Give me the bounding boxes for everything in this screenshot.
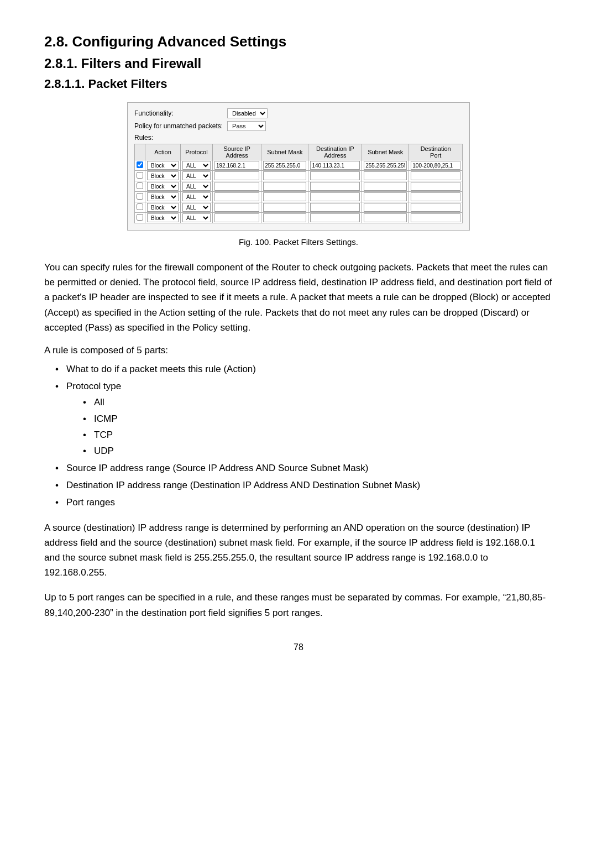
row-0-field-2[interactable] bbox=[310, 161, 360, 170]
row-0-action-select[interactable]: BlockAccept bbox=[147, 161, 179, 170]
sub-list-item-1-3: UDP bbox=[83, 443, 553, 458]
row-3-field-0[interactable] bbox=[214, 192, 259, 201]
sub-list-item-1-2: TCP bbox=[83, 427, 553, 442]
row-2-field-4[interactable] bbox=[411, 182, 460, 191]
col-subnet-mask: Subnet Mask bbox=[261, 144, 308, 160]
paragraph-3: A source (destination) IP address range … bbox=[44, 520, 553, 581]
row-4-field-4[interactable] bbox=[411, 203, 460, 212]
list-item-4: Port ranges bbox=[55, 495, 553, 510]
row-1-field-1[interactable] bbox=[263, 171, 306, 180]
row-1-field-3[interactable] bbox=[364, 171, 407, 180]
row-4-field-1[interactable] bbox=[263, 203, 306, 212]
row-5-protocol-select[interactable]: ALLICMPTCPUDP bbox=[182, 213, 211, 222]
row-2-field-2[interactable] bbox=[310, 182, 360, 191]
settings-panel: Functionality: Disabled Enabled Policy f… bbox=[127, 102, 470, 231]
row-4-checkbox[interactable] bbox=[137, 203, 143, 210]
row-2-field-0[interactable] bbox=[214, 182, 259, 191]
row-3-field-2[interactable] bbox=[310, 192, 360, 201]
main-list: What to do if a packet meets this rule (… bbox=[44, 362, 553, 510]
row-4-field-2[interactable] bbox=[310, 203, 360, 212]
row-3-protocol-select[interactable]: ALLICMPTCPUDP bbox=[182, 192, 211, 201]
rules-label: Rules: bbox=[134, 134, 463, 142]
col-checkbox bbox=[135, 144, 145, 160]
col-source-ip: Source IPAddress bbox=[213, 144, 261, 160]
row-1-field-0[interactable] bbox=[214, 171, 259, 180]
figure-packet-filters: Functionality: Disabled Enabled Policy f… bbox=[44, 102, 553, 247]
row-0-field-3[interactable] bbox=[364, 161, 407, 170]
row-2-action-select[interactable]: BlockAccept bbox=[147, 182, 179, 191]
row-4-field-3[interactable] bbox=[364, 203, 407, 212]
row-5-field-0[interactable] bbox=[214, 213, 259, 222]
row-3-field-1[interactable] bbox=[263, 192, 306, 201]
row-3-checkbox[interactable] bbox=[137, 193, 143, 200]
row-0-checkbox[interactable] bbox=[137, 161, 143, 168]
row-5-field-2[interactable] bbox=[310, 213, 360, 222]
row-0-field-0[interactable] bbox=[214, 161, 259, 170]
col-dest-subnet: Subnet Mask bbox=[362, 144, 409, 160]
list-item-2: Source IP address range (Source IP Addre… bbox=[55, 461, 553, 475]
paragraph-2: A rule is composed of 5 parts: bbox=[44, 345, 553, 356]
page-number: 78 bbox=[44, 642, 553, 652]
list-item-0: What to do if a packet meets this rule (… bbox=[55, 362, 553, 377]
paragraph-1: You can specify rules for the firewall c… bbox=[44, 260, 553, 335]
policy-select[interactable]: Pass Discard bbox=[227, 121, 266, 131]
row-3-field-4[interactable] bbox=[411, 192, 460, 201]
row-5-field-3[interactable] bbox=[364, 213, 407, 222]
policy-label: Policy for unmatched packets: bbox=[134, 122, 223, 130]
row-3-action-select[interactable]: BlockAccept bbox=[147, 192, 179, 201]
col-dest-ip: Destination IPAddress bbox=[308, 144, 362, 160]
row-5-action-select[interactable]: BlockAccept bbox=[147, 213, 179, 222]
row-1-field-2[interactable] bbox=[310, 171, 360, 180]
row-4-action-select[interactable]: BlockAccept bbox=[147, 203, 179, 212]
functionality-label: Functionality: bbox=[134, 109, 223, 117]
row-1-protocol-select[interactable]: ALLICMPTCPUDP bbox=[182, 171, 211, 180]
row-5-checkbox[interactable] bbox=[137, 214, 143, 221]
list-item-3: Destination IP address range (Destinatio… bbox=[55, 478, 553, 493]
row-0-field-4[interactable] bbox=[411, 161, 460, 170]
functionality-row: Functionality: Disabled Enabled bbox=[134, 108, 463, 118]
heading-h3: 2.8.1.1. Packet Filters bbox=[44, 77, 553, 91]
row-5-field-1[interactable] bbox=[263, 213, 306, 222]
col-protocol: Protocol bbox=[181, 144, 213, 160]
row-4-field-0[interactable] bbox=[214, 203, 259, 212]
figure-caption: Fig. 100. Packet Filters Settings. bbox=[239, 237, 358, 247]
row-2-protocol-select[interactable]: ALLICMPTCPUDP bbox=[182, 182, 211, 191]
rules-table: Action Protocol Source IPAddress Subnet … bbox=[134, 144, 463, 223]
row-1-checkbox[interactable] bbox=[137, 172, 143, 179]
row-0-protocol-select[interactable]: ALLICMPTCPUDP bbox=[182, 161, 211, 170]
row-0-field-1[interactable] bbox=[263, 161, 306, 170]
row-2-field-3[interactable] bbox=[364, 182, 407, 191]
heading-h1: 2.8. Configuring Advanced Settings bbox=[44, 33, 553, 50]
row-1-field-4[interactable] bbox=[411, 171, 460, 180]
row-2-checkbox[interactable] bbox=[137, 182, 143, 189]
col-dest-port: DestinationPort bbox=[409, 144, 463, 160]
paragraph-4: Up to 5 port ranges can be specified in … bbox=[44, 590, 553, 620]
functionality-select[interactable]: Disabled Enabled bbox=[227, 108, 268, 118]
row-3-field-3[interactable] bbox=[364, 192, 407, 201]
row-2-field-1[interactable] bbox=[263, 182, 306, 191]
sub-list-item-1-1: ICMP bbox=[83, 411, 553, 426]
row-1-action-select[interactable]: BlockAccept bbox=[147, 171, 179, 180]
heading-h2: 2.8.1. Filters and Firewall bbox=[44, 56, 553, 71]
row-4-protocol-select[interactable]: ALLICMPTCPUDP bbox=[182, 203, 211, 212]
list-item-1: Protocol typeAllICMPTCPUDP bbox=[55, 379, 553, 458]
policy-row: Policy for unmatched packets: Pass Disca… bbox=[134, 121, 463, 131]
sub-list-item-1-0: All bbox=[83, 395, 553, 410]
row-5-field-4[interactable] bbox=[411, 213, 460, 222]
col-action: Action bbox=[145, 144, 181, 160]
